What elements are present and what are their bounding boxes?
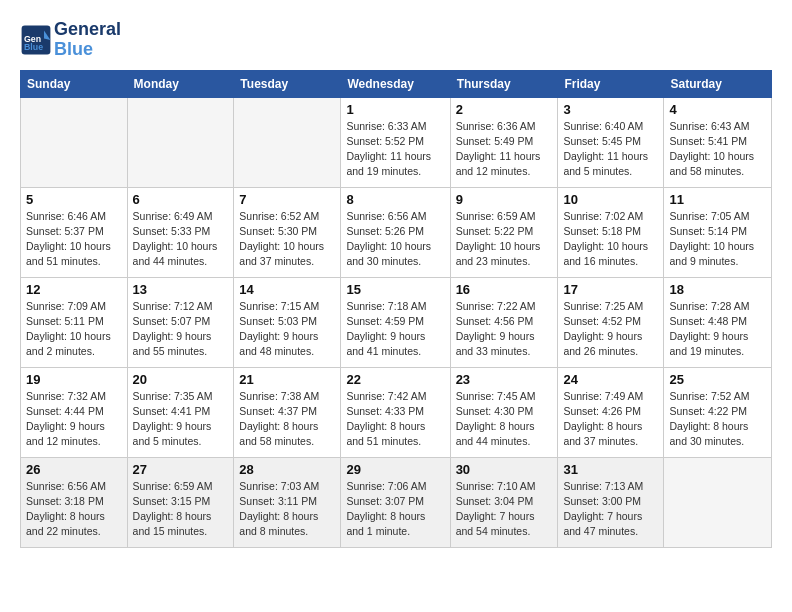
table-row: 19Sunrise: 7:32 AM Sunset: 4:44 PM Dayli…: [21, 367, 128, 457]
page: Gen Blue General Blue SundayMondayTuesda…: [0, 0, 792, 568]
logo-icon: Gen Blue: [20, 24, 52, 56]
day-number: 10: [563, 192, 658, 207]
day-info: Sunrise: 7:49 AM Sunset: 4:26 PM Dayligh…: [563, 389, 658, 450]
day-number: 8: [346, 192, 444, 207]
calendar-table: SundayMondayTuesdayWednesdayThursdayFrid…: [20, 70, 772, 548]
table-row: 6Sunrise: 6:49 AM Sunset: 5:33 PM Daylig…: [127, 187, 234, 277]
table-row: [127, 97, 234, 187]
day-number: 12: [26, 282, 122, 297]
day-info: Sunrise: 7:12 AM Sunset: 5:07 PM Dayligh…: [133, 299, 229, 360]
table-row: 18Sunrise: 7:28 AM Sunset: 4:48 PM Dayli…: [664, 277, 772, 367]
day-number: 17: [563, 282, 658, 297]
day-number: 30: [456, 462, 553, 477]
day-info: Sunrise: 7:52 AM Sunset: 4:22 PM Dayligh…: [669, 389, 766, 450]
weekday-header: Tuesday: [234, 70, 341, 97]
day-info: Sunrise: 7:13 AM Sunset: 3:00 PM Dayligh…: [563, 479, 658, 540]
day-number: 23: [456, 372, 553, 387]
weekday-header: Monday: [127, 70, 234, 97]
day-number: 13: [133, 282, 229, 297]
table-row: 21Sunrise: 7:38 AM Sunset: 4:37 PM Dayli…: [234, 367, 341, 457]
weekday-header: Sunday: [21, 70, 128, 97]
day-info: Sunrise: 7:28 AM Sunset: 4:48 PM Dayligh…: [669, 299, 766, 360]
weekday-header: Thursday: [450, 70, 558, 97]
day-info: Sunrise: 7:09 AM Sunset: 5:11 PM Dayligh…: [26, 299, 122, 360]
day-info: Sunrise: 7:22 AM Sunset: 4:56 PM Dayligh…: [456, 299, 553, 360]
table-row: 9Sunrise: 6:59 AM Sunset: 5:22 PM Daylig…: [450, 187, 558, 277]
day-number: 22: [346, 372, 444, 387]
table-row: 23Sunrise: 7:45 AM Sunset: 4:30 PM Dayli…: [450, 367, 558, 457]
table-row: 31Sunrise: 7:13 AM Sunset: 3:00 PM Dayli…: [558, 457, 664, 547]
day-info: Sunrise: 7:02 AM Sunset: 5:18 PM Dayligh…: [563, 209, 658, 270]
table-row: 14Sunrise: 7:15 AM Sunset: 5:03 PM Dayli…: [234, 277, 341, 367]
day-info: Sunrise: 7:25 AM Sunset: 4:52 PM Dayligh…: [563, 299, 658, 360]
table-row: 1Sunrise: 6:33 AM Sunset: 5:52 PM Daylig…: [341, 97, 450, 187]
day-number: 21: [239, 372, 335, 387]
table-row: 2Sunrise: 6:36 AM Sunset: 5:49 PM Daylig…: [450, 97, 558, 187]
day-number: 25: [669, 372, 766, 387]
day-number: 15: [346, 282, 444, 297]
day-number: 5: [26, 192, 122, 207]
day-number: 4: [669, 102, 766, 117]
day-info: Sunrise: 7:32 AM Sunset: 4:44 PM Dayligh…: [26, 389, 122, 450]
day-info: Sunrise: 6:43 AM Sunset: 5:41 PM Dayligh…: [669, 119, 766, 180]
table-row: 16Sunrise: 7:22 AM Sunset: 4:56 PM Dayli…: [450, 277, 558, 367]
day-info: Sunrise: 7:38 AM Sunset: 4:37 PM Dayligh…: [239, 389, 335, 450]
table-row: 8Sunrise: 6:56 AM Sunset: 5:26 PM Daylig…: [341, 187, 450, 277]
day-number: 24: [563, 372, 658, 387]
day-number: 27: [133, 462, 229, 477]
table-row: 5Sunrise: 6:46 AM Sunset: 5:37 PM Daylig…: [21, 187, 128, 277]
day-number: 3: [563, 102, 658, 117]
logo-text-line2: Blue: [54, 40, 121, 60]
day-number: 20: [133, 372, 229, 387]
svg-text:Blue: Blue: [24, 42, 43, 52]
table-row: 4Sunrise: 6:43 AM Sunset: 5:41 PM Daylig…: [664, 97, 772, 187]
table-row: 24Sunrise: 7:49 AM Sunset: 4:26 PM Dayli…: [558, 367, 664, 457]
day-info: Sunrise: 7:35 AM Sunset: 4:41 PM Dayligh…: [133, 389, 229, 450]
table-row: [234, 97, 341, 187]
day-number: 9: [456, 192, 553, 207]
table-row: 27Sunrise: 6:59 AM Sunset: 3:15 PM Dayli…: [127, 457, 234, 547]
day-number: 11: [669, 192, 766, 207]
day-info: Sunrise: 6:59 AM Sunset: 3:15 PM Dayligh…: [133, 479, 229, 540]
day-info: Sunrise: 6:59 AM Sunset: 5:22 PM Dayligh…: [456, 209, 553, 270]
table-row: 3Sunrise: 6:40 AM Sunset: 5:45 PM Daylig…: [558, 97, 664, 187]
day-number: 28: [239, 462, 335, 477]
day-info: Sunrise: 6:46 AM Sunset: 5:37 PM Dayligh…: [26, 209, 122, 270]
day-info: Sunrise: 6:40 AM Sunset: 5:45 PM Dayligh…: [563, 119, 658, 180]
calendar-week-row: 19Sunrise: 7:32 AM Sunset: 4:44 PM Dayli…: [21, 367, 772, 457]
day-info: Sunrise: 6:56 AM Sunset: 3:18 PM Dayligh…: [26, 479, 122, 540]
day-info: Sunrise: 7:05 AM Sunset: 5:14 PM Dayligh…: [669, 209, 766, 270]
table-row: 25Sunrise: 7:52 AM Sunset: 4:22 PM Dayli…: [664, 367, 772, 457]
day-info: Sunrise: 6:56 AM Sunset: 5:26 PM Dayligh…: [346, 209, 444, 270]
table-row: 13Sunrise: 7:12 AM Sunset: 5:07 PM Dayli…: [127, 277, 234, 367]
weekday-header: Wednesday: [341, 70, 450, 97]
day-number: 2: [456, 102, 553, 117]
day-number: 16: [456, 282, 553, 297]
day-info: Sunrise: 6:36 AM Sunset: 5:49 PM Dayligh…: [456, 119, 553, 180]
table-row: 20Sunrise: 7:35 AM Sunset: 4:41 PM Dayli…: [127, 367, 234, 457]
header: Gen Blue General Blue: [20, 20, 772, 60]
table-row: 12Sunrise: 7:09 AM Sunset: 5:11 PM Dayli…: [21, 277, 128, 367]
logo-text-line1: General: [54, 20, 121, 40]
day-number: 6: [133, 192, 229, 207]
day-info: Sunrise: 7:42 AM Sunset: 4:33 PM Dayligh…: [346, 389, 444, 450]
table-row: 7Sunrise: 6:52 AM Sunset: 5:30 PM Daylig…: [234, 187, 341, 277]
table-row: 22Sunrise: 7:42 AM Sunset: 4:33 PM Dayli…: [341, 367, 450, 457]
table-row: 30Sunrise: 7:10 AM Sunset: 3:04 PM Dayli…: [450, 457, 558, 547]
weekday-header: Saturday: [664, 70, 772, 97]
logo: Gen Blue General Blue: [20, 20, 121, 60]
day-info: Sunrise: 6:33 AM Sunset: 5:52 PM Dayligh…: [346, 119, 444, 180]
table-row: 17Sunrise: 7:25 AM Sunset: 4:52 PM Dayli…: [558, 277, 664, 367]
day-number: 29: [346, 462, 444, 477]
day-info: Sunrise: 7:15 AM Sunset: 5:03 PM Dayligh…: [239, 299, 335, 360]
weekday-header-row: SundayMondayTuesdayWednesdayThursdayFrid…: [21, 70, 772, 97]
day-info: Sunrise: 6:49 AM Sunset: 5:33 PM Dayligh…: [133, 209, 229, 270]
day-info: Sunrise: 6:52 AM Sunset: 5:30 PM Dayligh…: [239, 209, 335, 270]
day-number: 26: [26, 462, 122, 477]
table-row: 11Sunrise: 7:05 AM Sunset: 5:14 PM Dayli…: [664, 187, 772, 277]
table-row: 15Sunrise: 7:18 AM Sunset: 4:59 PM Dayli…: [341, 277, 450, 367]
calendar-week-row: 26Sunrise: 6:56 AM Sunset: 3:18 PM Dayli…: [21, 457, 772, 547]
calendar-week-row: 12Sunrise: 7:09 AM Sunset: 5:11 PM Dayli…: [21, 277, 772, 367]
day-number: 7: [239, 192, 335, 207]
table-row: [21, 97, 128, 187]
